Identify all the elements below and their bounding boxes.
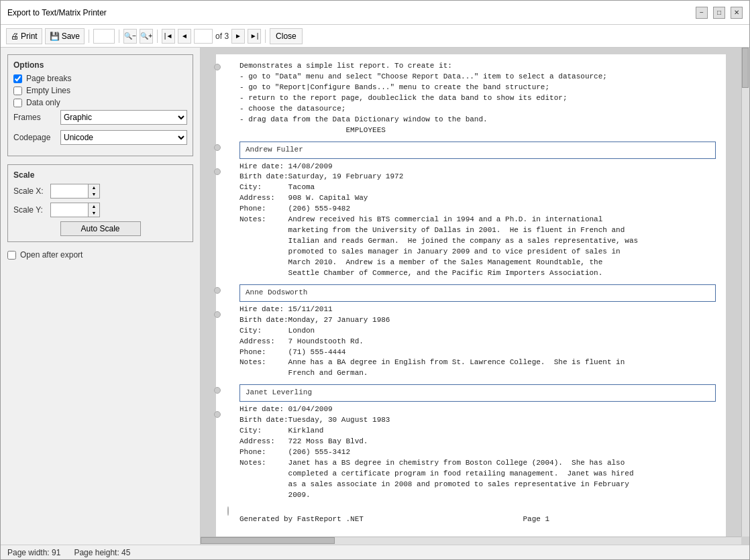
page-marker-2: [214, 144, 221, 151]
employee-3-hire: Hire date: 01/04/2009: [239, 404, 716, 415]
footer-row: Generated by FastReport .NET Page 1: [226, 504, 716, 525]
scale-x-up-button[interactable]: ▲: [89, 184, 99, 191]
close-toolbar-button[interactable]: Close: [270, 28, 303, 44]
scale-y-row: Scale Y: 0.99 ▲ ▼: [13, 203, 187, 217]
page-marker-5: [214, 311, 221, 318]
employee-3-box: Janet Leverling: [239, 384, 716, 402]
employee-1-birth: Birth date:Saturday, 19 February 1972: [239, 172, 716, 182]
employee-2-section: Anne Dodsworth Hire date: 15/11/2011 Bir…: [226, 284, 716, 380]
page-marker-6: [214, 387, 221, 394]
open-after-checkbox[interactable]: [7, 251, 16, 260]
toolbar: 🖨 Print 💾 Save 10 🔍− 🔍+ |◄ ◄ 1 of 3 ► ►|…: [1, 25, 749, 48]
vscroll-thumb[interactable]: [742, 48, 749, 88]
save-label: Save: [62, 32, 80, 41]
scale-x-spinners: ▲ ▼: [88, 184, 99, 198]
scale-y-input[interactable]: 0.99: [51, 203, 88, 217]
scale-y-input-wrap: 0.99 ▲ ▼: [50, 203, 100, 217]
data-only-row: Data only: [13, 98, 187, 107]
scale-y-spinners: ▲ ▼: [88, 203, 99, 217]
maximize-button[interactable]: □: [713, 7, 725, 19]
employee-1-phone: Phone: (206) 555-9482: [239, 204, 716, 215]
hscroll-thumb[interactable]: [201, 537, 335, 544]
page-height-label: Page height: 45: [74, 548, 130, 557]
page-current-input[interactable]: 1: [194, 29, 213, 44]
employee-1-notes: Notes: Andrew received his BTS commercia…: [239, 215, 716, 279]
scale-y-up-button[interactable]: ▲: [89, 203, 99, 210]
horizontal-scrollbar[interactable]: [201, 537, 741, 545]
scale-x-input[interactable]: 0.96: [51, 184, 88, 198]
empty-lines-label: Empty Lines: [26, 86, 70, 95]
codepage-label: Codepage: [13, 133, 60, 142]
employee-1-box: Andrew Fuller: [239, 142, 716, 159]
employee-2-notes: Notes: Anne has a BA degree in English f…: [239, 357, 716, 379]
scale-x-down-button[interactable]: ▼: [89, 191, 99, 198]
page-width-label: Page width: 91: [7, 548, 60, 557]
page-breaks-checkbox[interactable]: [13, 74, 22, 83]
toolbar-separator-1: [89, 30, 89, 43]
employee-1-city: City: Tacoma: [239, 182, 716, 193]
empty-lines-row: Empty Lines: [13, 86, 187, 95]
main-window: Export to Text/Matrix Printer − □ ✕ 🖨 Pr…: [0, 0, 750, 560]
frames-row: Frames Graphic ASCII None: [13, 110, 187, 125]
scale-x-label: Scale X:: [13, 186, 50, 196]
scale-x-input-wrap: 0.96 ▲ ▼: [50, 184, 100, 199]
window-controls: − □ ✕: [696, 7, 743, 19]
window-title: Export to Text/Matrix Printer: [7, 8, 107, 17]
scale-y-down-button[interactable]: ▼: [89, 210, 99, 217]
data-only-label: Data only: [26, 98, 60, 107]
vertical-scrollbar[interactable]: [741, 48, 749, 537]
print-icon: 🖨: [11, 32, 19, 41]
preview-page: Demonstrates a simple list report. To cr…: [216, 54, 726, 537]
employee-3-section: Janet Leverling Hire date: 01/04/2009 Bi…: [226, 384, 716, 500]
zoom-input[interactable]: 10: [93, 29, 115, 44]
zoom-out-button[interactable]: 🔍−: [123, 29, 137, 44]
data-only-checkbox[interactable]: [13, 99, 22, 107]
empty-lines-checkbox[interactable]: [13, 87, 22, 95]
nav-prev-button[interactable]: ◄: [178, 29, 191, 44]
status-bar: Page width: 91 Page height: 45: [1, 545, 749, 559]
page-marker-4: [214, 287, 221, 294]
page-breaks-row: Page breaks: [13, 74, 187, 83]
frames-select[interactable]: Graphic ASCII None: [60, 110, 187, 125]
open-after-row: Open after export: [7, 250, 193, 260]
employee-2-address: Address: 7 Houndstooth Rd.: [239, 337, 716, 347]
toolbar-separator-3: [157, 30, 158, 43]
options-group-label: Options: [13, 60, 187, 70]
page-marker-7: [214, 411, 221, 418]
employee-1-name: Andrew Fuller: [246, 146, 303, 154]
nav-first-button[interactable]: |◄: [162, 29, 175, 44]
frames-label: Frames: [13, 113, 60, 122]
scale-y-label: Scale Y:: [13, 205, 50, 215]
page-marker-1: [214, 64, 221, 70]
page-marker-8: [227, 506, 229, 516]
employee-2-city: City: London: [239, 326, 716, 337]
print-label: Print: [21, 32, 38, 41]
right-panel: Demonstrates a simple list report. To cr…: [201, 48, 749, 545]
options-group: Options Page breaks Empty Lines Data onl…: [7, 54, 193, 156]
employee-3-phone: Phone: (206) 555-3412: [239, 447, 716, 458]
nav-last-button[interactable]: ►|: [248, 29, 261, 44]
preview-scroll[interactable]: Demonstrates a simple list report. To cr…: [201, 48, 741, 537]
scale-group-label: Scale: [13, 170, 187, 180]
minimize-button[interactable]: −: [696, 7, 708, 19]
print-button[interactable]: 🖨 Print: [6, 28, 42, 44]
scale-x-row: Scale X: 0.96 ▲ ▼: [13, 184, 187, 199]
employee-3-city: City: Kirkland: [239, 426, 716, 437]
open-after-label: Open after export: [20, 250, 83, 260]
zoom-out-icon: 🔍−: [124, 32, 136, 40]
preview-footer: Generated by FastReport .NET Page 1: [239, 514, 716, 525]
save-button[interactable]: 💾 Save: [45, 28, 85, 44]
employee-2-birth: Birth date:Monday, 27 January 1986: [239, 315, 716, 326]
nav-next-button[interactable]: ►: [231, 29, 245, 44]
zoom-in-button[interactable]: 🔍+: [140, 29, 153, 44]
employee-3-notes: Notes: Janet has a BS degree in chemistr…: [239, 458, 716, 501]
employee-2-box: Anne Dodsworth: [239, 284, 716, 302]
employee-2-hire: Hire date: 15/11/2011: [239, 304, 716, 315]
employee-1-hire: Hire date: 14/08/2009: [239, 162, 716, 172]
close-window-button[interactable]: ✕: [731, 7, 743, 19]
auto-scale-button[interactable]: Auto Scale: [60, 221, 141, 236]
employee-1-section: Andrew Fuller Hire date: 14/08/2009 Birt…: [226, 142, 716, 279]
codepage-select[interactable]: Unicode ASCII UTF-8: [60, 130, 187, 145]
toolbar-separator-4: [265, 30, 266, 43]
zoom-in-icon: 🔍+: [140, 32, 152, 40]
